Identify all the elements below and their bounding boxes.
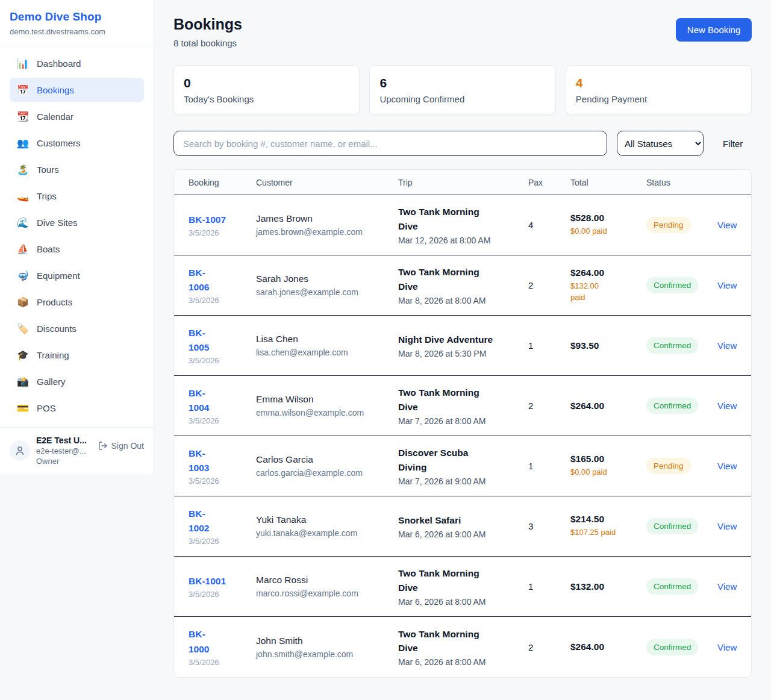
sidebar-item-tours[interactable]: 🏝️ Tours (10, 157, 144, 181)
view-link[interactable]: View (717, 581, 737, 592)
view-link[interactable]: View (717, 521, 737, 531)
page-title: Bookings (173, 16, 242, 33)
trip-datetime: Mar 6, 2026 at 9:00 AM (398, 530, 528, 539)
booking-cell: BK-1000 3/5/2026 (189, 627, 256, 666)
status-badge: Confirmed (646, 398, 698, 414)
customer-email: sarah.jones@example.com (256, 287, 398, 297)
nav-item-icon: 🏷️ (17, 323, 29, 334)
table-row: BK-1002 3/5/2026 Yuki Tanaka yuki.tanaka… (174, 496, 751, 557)
booking-cell: BK-1005 3/5/2026 (189, 326, 256, 365)
customer-name: Emma Wilson (256, 394, 398, 405)
sidebar-item-bookings[interactable]: 📅 Bookings (10, 78, 144, 102)
trip-cell: Night Dive Adventure Mar 8, 2026 at 5:30… (398, 333, 528, 358)
main-content: Bookings 8 total bookings New Booking 0 … (154, 0, 771, 696)
booking-id-link[interactable]: BK-1007 (189, 213, 256, 227)
stat-card: 6 Upcoming Confirmed (369, 65, 555, 115)
view-link[interactable]: View (717, 280, 737, 290)
trip-datetime: Mar 8, 2026 at 5:30 PM (398, 349, 528, 358)
sidebar-item-products[interactable]: 📦 Products (10, 290, 144, 314)
booking-cell: BK-1006 3/5/2026 (189, 266, 256, 305)
nav-item-label: Discounts (37, 323, 76, 334)
nav-item-icon: 📆 (17, 111, 29, 122)
sidebar-item-trips[interactable]: 🚤 Trips (10, 184, 144, 208)
nav-item-label: Customers (37, 138, 81, 148)
pax-value: 2 (528, 280, 570, 290)
sign-out-icon (98, 441, 108, 451)
nav-item-icon: ⛵ (17, 243, 29, 255)
sidebar-item-discounts[interactable]: 🏷️ Discounts (10, 316, 144, 340)
sidebar-item-equipment[interactable]: 🤿 Equipment (10, 263, 144, 287)
person-icon (14, 445, 25, 456)
trip-title: Night Dive Adventure (398, 333, 528, 346)
view-link[interactable]: View (717, 461, 737, 471)
status-filter-select[interactable]: All Statuses (617, 131, 704, 156)
new-booking-button[interactable]: New Booking (676, 18, 752, 42)
customer-cell: Sarah Jones sarah.jones@example.com (256, 273, 398, 297)
booking-id-link[interactable]: BK-1001 (189, 574, 256, 589)
view-link[interactable]: View (717, 220, 737, 230)
booking-id-link[interactable]: BK-1002 (189, 507, 256, 536)
trip-cell: Snorkel Safari Mar 6, 2026 at 9:00 AM (398, 513, 528, 539)
search-input[interactable] (173, 131, 607, 156)
col-header-customer: Customer (256, 178, 398, 187)
customer-email: lisa.chen@example.com (256, 348, 398, 357)
app-root: Demo Dive Shop demo.test.divestreams.com… (0, 0, 771, 700)
sidebar-item-boats[interactable]: ⛵ Boats (10, 237, 144, 261)
trip-datetime: Mar 7, 2026 at 8:00 AM (398, 416, 528, 426)
view-link[interactable]: View (717, 401, 737, 411)
paid-amount: $132.00paid (570, 281, 646, 304)
table-row: BK-1004 3/5/2026 Emma Wilson emma.wilson… (174, 376, 751, 436)
total-cell: $264.00 (570, 401, 646, 411)
nav-item-icon: 💳 (17, 402, 29, 414)
user-box: E2E Test U... e2e-tester@... Owner Sign … (0, 427, 154, 474)
pax-value: 2 (528, 401, 570, 411)
booking-date: 3/5/2026 (189, 658, 256, 667)
view-link[interactable]: View (717, 340, 737, 351)
user-role: Owner (36, 457, 92, 466)
page-title-block: Bookings 8 total bookings (173, 16, 242, 48)
sidebar-item-training[interactable]: 🎓 Training (10, 343, 144, 367)
sidebar-item-dashboard[interactable]: 📊 Dashboard (10, 51, 144, 75)
sidebar-item-customers[interactable]: 👥 Customers (10, 131, 144, 155)
booking-id-link[interactable]: BK-1005 (189, 326, 256, 355)
sidebar-item-dive-sites[interactable]: 🌊 Dive Sites (10, 210, 144, 234)
view-link[interactable]: View (717, 642, 737, 652)
customer-cell: Emma Wilson emma.wilson@example.com (256, 394, 398, 417)
sign-out-button[interactable]: Sign Out (98, 441, 144, 451)
nav-item-label: POS (37, 403, 56, 413)
controls-row: All Statuses Filter (173, 131, 752, 156)
total-cell: $264.00 $132.00paid (570, 267, 646, 304)
booking-id-link[interactable]: BK-1003 (189, 446, 256, 475)
col-header-total: Total (570, 178, 646, 187)
status-cell: Confirmed (646, 578, 717, 595)
trip-title: Two Tank MorningDive (398, 265, 528, 293)
nav-item-label: Products (37, 297, 72, 307)
stat-card: 0 Today's Bookings (173, 65, 360, 115)
customer-email: james.brown@example.com (256, 227, 398, 237)
booking-id-link[interactable]: BK-1004 (189, 386, 256, 415)
nav-item-label: Dive Sites (37, 217, 78, 228)
stat-value: 4 (576, 76, 741, 90)
booking-date: 3/5/2026 (189, 537, 256, 546)
booking-cell: BK-1003 3/5/2026 (189, 446, 256, 486)
booking-id-link[interactable]: BK-1006 (189, 266, 256, 295)
customer-name: John Smith (256, 636, 398, 646)
sidebar-item-calendar[interactable]: 📆 Calendar (10, 104, 144, 128)
table-row: BK-1001 3/5/2026 Marco Rossi marco.rossi… (174, 557, 751, 617)
total-cell: $528.00 $0.00 paid (570, 213, 646, 237)
filter-button[interactable]: Filter (714, 139, 752, 149)
nav-item-label: Training (37, 350, 69, 360)
trip-cell: Two Tank MorningDive Mar 12, 2026 at 8:0… (398, 205, 528, 245)
status-badge: Confirmed (646, 277, 698, 293)
pax-value: 3 (528, 521, 570, 531)
stat-value: 0 (184, 76, 349, 90)
sidebar-item-gallery[interactable]: 📸 Gallery (10, 369, 144, 393)
total-amount: $264.00 (570, 267, 646, 278)
booking-id-link[interactable]: BK-1000 (189, 627, 256, 656)
paid-amount: $0.00 paid (570, 226, 646, 237)
status-cell: Confirmed (646, 277, 717, 293)
trip-title: Snorkel Safari (398, 513, 528, 527)
booking-date: 3/5/2026 (189, 228, 256, 237)
trip-title: Two Tank MorningDive (398, 627, 528, 655)
sidebar-item-pos[interactable]: 💳 POS (10, 396, 144, 420)
